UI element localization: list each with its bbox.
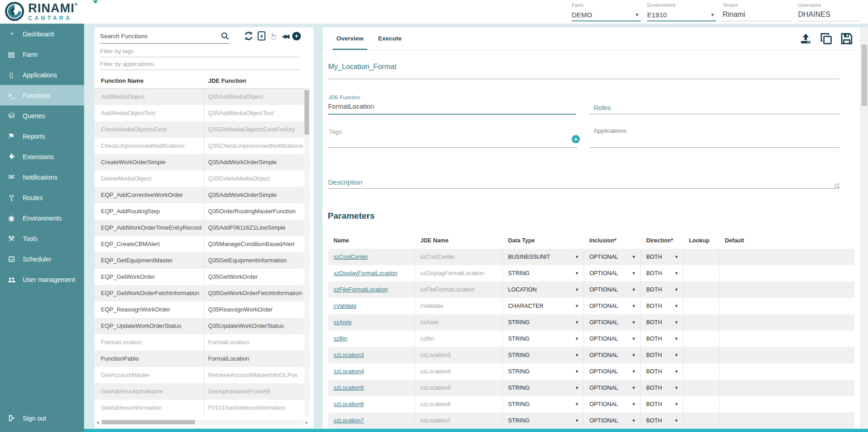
farm-select[interactable]: Farm DEMO ▼: [572, 2, 641, 21]
function-row[interactable]: CheckMediaObjectsExist Q35DoMediaObjects…: [95, 121, 310, 138]
data-type-select[interactable]: LOCATION ▼: [503, 281, 584, 298]
parameter-name-link[interactable]: szDisplayFormatLocation: [328, 265, 415, 281]
username-field[interactable]: Username DHAINES: [798, 2, 860, 21]
function-row[interactable]: AddMediaObjectText Q35AddMediaObjectText: [95, 105, 310, 121]
function-row[interactable]: DeleteMediaObject Q35DeleteMediaObject: [95, 171, 310, 187]
jde-function-input[interactable]: [328, 103, 564, 110]
direction-select[interactable]: BOTH ▼: [641, 249, 683, 265]
description-field[interactable]: [328, 188, 839, 189]
sidebar-item-extensions[interactable]: Extensions: [0, 146, 84, 167]
function-row[interactable]: EQP_GetWorkOrder Q35GetWorkOrder: [95, 269, 310, 285]
sidebar-item-tools[interactable]: ⚒ Tools: [0, 228, 84, 249]
direction-select[interactable]: BOTH ▼: [641, 265, 683, 281]
tab-execute[interactable]: Execute: [371, 27, 409, 50]
data-type-select[interactable]: STRING ▼: [503, 380, 584, 396]
parameter-name-link[interactable]: szLocation7: [328, 412, 415, 428]
application-filter-input[interactable]: [100, 58, 300, 69]
data-type-select[interactable]: STRING ▼: [503, 314, 584, 331]
data-type-select[interactable]: STRING ▼: [503, 412, 584, 428]
inclusion-select[interactable]: OPTIONAL ▼: [584, 412, 641, 428]
hand-pointer-icon[interactable]: ☞: [269, 32, 278, 40]
function-row[interactable]: EQP_ReassignWorkOrder Q35ReassignWorkOrd…: [95, 301, 310, 318]
data-type-select[interactable]: STRING ▼: [503, 363, 584, 380]
sidebar-item-applications[interactable]: ▯ Applications: [0, 65, 84, 85]
direction-select[interactable]: BOTH ▼: [641, 347, 683, 363]
function-row[interactable]: EQP_GetEquipmentMaster Q35GetEquipmentIn…: [95, 252, 310, 269]
inclusion-select[interactable]: OPTIONAL ▼: [584, 396, 641, 412]
sidebar-item-queries[interactable]: ⛁ Queries: [0, 105, 84, 126]
parameter-name-link[interactable]: cValidate: [328, 298, 415, 314]
function-row[interactable]: GetAddressInformation F0101GetAddressInf…: [95, 400, 310, 416]
sidebar-item-scheduler[interactable]: Scheduler: [0, 249, 84, 269]
function-row[interactable]: EQP_GetWorkOrderFetchInformation Q35GetW…: [95, 285, 310, 301]
function-row[interactable]: EQP_UpdateWorkOrderStatus Q35UpdateWorkO…: [95, 318, 310, 334]
function-row[interactable]: FunctionPablo FormatLocation: [95, 351, 310, 367]
parameter-name-link[interactable]: szBin: [328, 331, 415, 347]
function-row[interactable]: CheckUnprocessedNotifications Q35CheckUn…: [95, 138, 310, 154]
parameter-name-link[interactable]: szFileFormatLocation: [328, 281, 415, 298]
search-input[interactable]: [100, 30, 214, 42]
function-name-input[interactable]: [328, 63, 828, 71]
data-type-select[interactable]: BUSINESSUNIT ▼: [503, 249, 584, 265]
sidebar-item-reports[interactable]: ⚑ Reports: [0, 126, 84, 146]
search-icon[interactable]: [221, 32, 229, 42]
save-icon[interactable]: [840, 32, 853, 45]
direction-select[interactable]: BOTH ▼: [641, 314, 683, 331]
add-function-icon[interactable]: +: [292, 32, 301, 40]
scrollbar-thumb[interactable]: [304, 90, 309, 135]
sidebar-item-functions[interactable]: >_ Functions: [0, 85, 84, 105]
direction-select[interactable]: BOTH ▼: [641, 281, 683, 298]
scrollbar-thumb[interactable]: [102, 420, 195, 424]
inclusion-select[interactable]: OPTIONAL ▼: [584, 347, 641, 363]
sidebar-item-dashboard[interactable]: ◔ Dashboard: [0, 24, 84, 44]
inclusion-select[interactable]: OPTIONAL ▼: [584, 380, 641, 396]
sidebar-item-routes[interactable]: Routes: [0, 187, 84, 208]
direction-select[interactable]: BOTH ▼: [641, 412, 683, 428]
scroll-right-icon[interactable]: ▸: [304, 420, 310, 425]
sidebar-item-environments[interactable]: ◉ Environments: [0, 208, 84, 228]
scroll-left-icon[interactable]: ◂: [95, 420, 101, 425]
data-type-select[interactable]: STRING ▼: [503, 396, 584, 412]
environment-select[interactable]: Environment E1910 ▼: [647, 2, 716, 21]
parameter-name-link[interactable]: szAisle: [328, 314, 415, 331]
function-row[interactable]: EQP_AddRoutingStep Q35OrderRoutingMaster…: [95, 203, 310, 220]
sidebar-item-notifications[interactable]: ✉ Notifications: [0, 167, 84, 187]
function-row[interactable]: EQP_AddCorrectiveWorkOrder Q35AddWorkOrd…: [95, 187, 310, 203]
functions-vertical-scrollbar[interactable]: [304, 89, 309, 416]
direction-select[interactable]: BOTH ▼: [641, 298, 683, 314]
scrollbar-track[interactable]: [101, 420, 304, 425]
parameter-name-link[interactable]: szLocation3: [328, 347, 415, 363]
refresh-icon[interactable]: [244, 31, 254, 41]
textarea-resize-grip-icon[interactable]: [834, 183, 839, 188]
scrollbar-thumb[interactable]: [862, 45, 867, 106]
data-type-select[interactable]: STRING ▼: [503, 265, 584, 281]
tab-overview[interactable]: Overview: [329, 27, 371, 50]
function-row[interactable]: EQP_CreateCBMAlert Q35ManageConditionBas…: [95, 236, 310, 252]
direction-select[interactable]: BOTH ▼: [641, 396, 683, 412]
function-row[interactable]: AddMediaObject Q35AddMediaObject: [95, 89, 310, 105]
data-type-select[interactable]: STRING ▼: [503, 347, 584, 363]
function-row[interactable]: GetAddressAlphaName GetAlphaNameFromAB: [95, 383, 310, 400]
parameter-name-link[interactable]: szLocation4: [328, 363, 415, 380]
inclusion-select[interactable]: OPTIONAL ▼: [584, 363, 641, 380]
roles-field[interactable]: [589, 114, 839, 114]
parameter-name-link[interactable]: szLocation6: [328, 396, 415, 412]
tags-input[interactable]: [329, 128, 547, 135]
data-type-select[interactable]: CHARACTER ▼: [503, 298, 584, 314]
direction-select[interactable]: BOTH ▼: [641, 363, 683, 380]
function-row[interactable]: EQP_AddWorkOrderTimeEntryRecord Q35AddF0…: [95, 220, 310, 236]
function-row[interactable]: FormatLocation FormatLocation: [95, 334, 310, 351]
applications-field[interactable]: [589, 147, 839, 148]
inclusion-select[interactable]: OPTIONAL ▼: [584, 298, 641, 314]
direction-select[interactable]: BOTH ▼: [641, 380, 683, 396]
tag-filter-input[interactable]: [100, 45, 300, 56]
sidebar-item-farm[interactable]: ▤ Farm: [0, 44, 84, 65]
upload-icon[interactable]: [799, 32, 812, 45]
inclusion-select[interactable]: OPTIONAL ▼: [584, 331, 641, 347]
rewind-icon[interactable]: ◀◀: [282, 33, 288, 40]
function-row[interactable]: GetAccountMaster RetrieveAccountMasterIn…: [95, 367, 310, 383]
tenant-field[interactable]: Tenant Rinami: [723, 2, 792, 21]
inclusion-select[interactable]: OPTIONAL ▼: [584, 249, 641, 265]
export-excel-icon[interactable]: x: [258, 31, 265, 40]
inclusion-select[interactable]: OPTIONAL ▼: [584, 314, 641, 331]
